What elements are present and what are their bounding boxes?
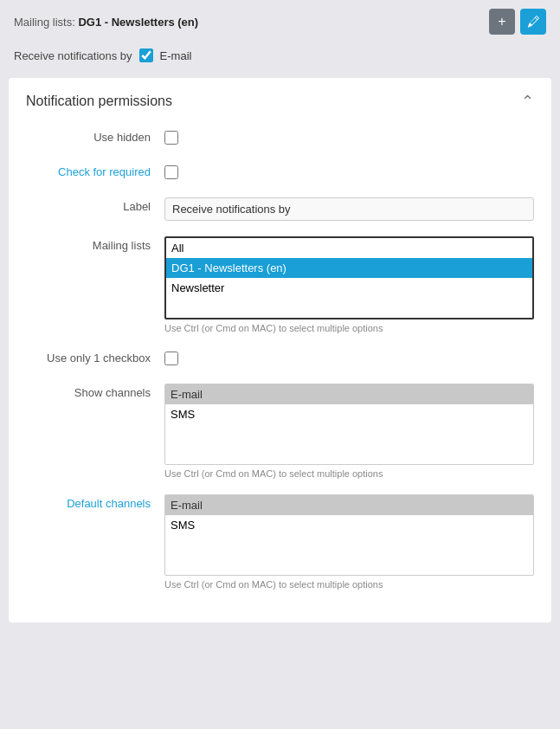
show-channels-hint: Use Ctrl (or Cmd on MAC) to select multi… xyxy=(164,468,534,479)
label-field-label: Label xyxy=(26,197,164,213)
use-only-1-control xyxy=(164,349,534,368)
default-channels-hint: Use Ctrl (or Cmd on MAC) to select multi… xyxy=(164,579,534,590)
card-header: Notification permissions ⌃ xyxy=(26,92,534,111)
default-channels-option-sms[interactable]: SMS xyxy=(165,515,533,535)
use-hidden-checkbox[interactable] xyxy=(164,131,178,145)
use-hidden-label: Use hidden xyxy=(26,128,164,144)
card-title: Notification permissions xyxy=(26,94,172,109)
top-bar: Mailing lists: DG1 - Newsletters (en) + xyxy=(0,0,560,42)
default-channels-label: Default channels xyxy=(26,494,164,510)
label-field-control xyxy=(164,197,534,221)
use-hidden-row: Use hidden xyxy=(26,128,534,147)
email-label: E-mail xyxy=(160,49,192,62)
default-channels-select[interactable]: E-mail SMS xyxy=(164,494,534,576)
show-channels-control: E-mail SMS Use Ctrl (or Cmd on MAC) to s… xyxy=(164,384,534,479)
mailing-lists-hint: Use Ctrl (or Cmd on MAC) to select multi… xyxy=(164,323,534,333)
edit-icon xyxy=(527,16,539,28)
use-only-1-row: Use only 1 checkbox xyxy=(26,349,534,368)
top-buttons: + xyxy=(489,9,546,35)
show-channels-option-email[interactable]: E-mail xyxy=(165,384,533,404)
default-channels-row: Default channels E-mail SMS Use Ctrl (or… xyxy=(26,494,534,590)
mailing-list-prefix: Mailing lists: xyxy=(14,16,75,29)
label-row: Label xyxy=(26,197,534,221)
default-channels-option-email[interactable]: E-mail xyxy=(165,495,533,515)
use-only-1-label: Use only 1 checkbox xyxy=(26,349,164,364)
mailing-lists-control: All DG1 - Newsletters (en) Newsletter Us… xyxy=(164,236,534,333)
edit-button[interactable] xyxy=(520,9,546,35)
notifications-label: Receive notifications by xyxy=(14,49,132,62)
use-hidden-control xyxy=(164,128,534,147)
label-input[interactable] xyxy=(164,197,534,221)
use-only-1-checkbox[interactable] xyxy=(164,352,178,365)
mailing-lists-row: Mailing lists All DG1 - Newsletters (en)… xyxy=(26,236,534,333)
check-required-checkbox[interactable] xyxy=(164,165,178,179)
show-channels-select[interactable]: E-mail SMS xyxy=(164,384,534,465)
mailing-list-option-dg1[interactable]: DG1 - Newsletters (en) xyxy=(166,258,532,278)
check-required-row: Check for required xyxy=(26,163,534,182)
check-required-control xyxy=(164,163,534,182)
show-channels-label: Show channels xyxy=(26,384,164,399)
email-checkbox[interactable] xyxy=(139,48,153,62)
mailing-lists-select[interactable]: All DG1 - Newsletters (en) Newsletter xyxy=(164,236,534,319)
add-button[interactable]: + xyxy=(489,9,515,35)
mailing-list-info: Mailing lists: DG1 - Newsletters (en) xyxy=(14,16,198,29)
check-required-label: Check for required xyxy=(26,163,164,178)
mailing-lists-label: Mailing lists xyxy=(26,236,164,252)
mailing-list-option-newsletter[interactable]: Newsletter xyxy=(166,278,532,298)
notification-permissions-card: Notification permissions ⌃ Use hidden Ch… xyxy=(9,78,551,623)
show-channels-option-sms[interactable]: SMS xyxy=(165,404,533,424)
collapse-icon[interactable]: ⌃ xyxy=(521,92,534,111)
mailing-list-option-all[interactable]: All xyxy=(166,238,532,258)
default-channels-control: E-mail SMS Use Ctrl (or Cmd on MAC) to s… xyxy=(164,494,534,590)
mailing-list-name: DG1 - Newsletters (en) xyxy=(78,16,198,29)
show-channels-row: Show channels E-mail SMS Use Ctrl (or Cm… xyxy=(26,384,534,479)
notification-row: Receive notifications by E-mail xyxy=(0,42,560,73)
